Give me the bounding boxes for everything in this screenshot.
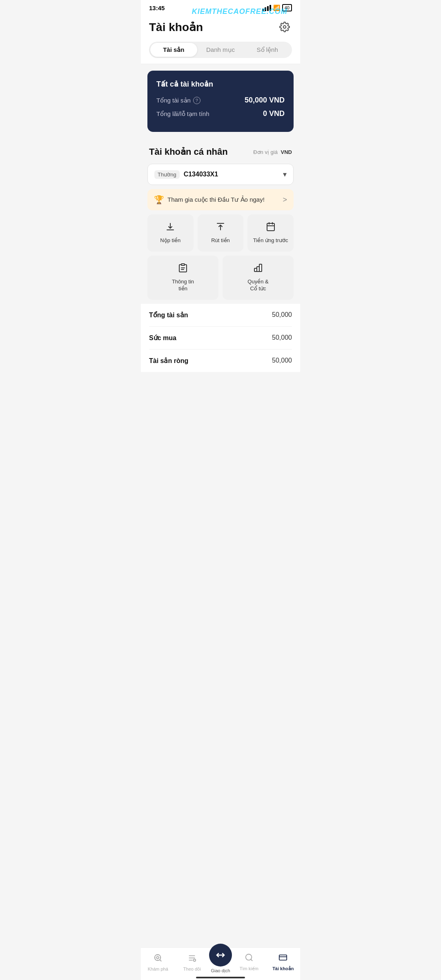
nav-kham-pha[interactable]: Khám phá [141, 953, 175, 971]
kham-pha-label: Khám phá [148, 967, 168, 971]
wifi-icon: 📶 [273, 4, 280, 11]
status-time: 13:45 [149, 4, 165, 11]
nav-tai-khoan[interactable]: Tài khoản [266, 953, 301, 971]
promo-banner[interactable]: 🏆 Tham gia cuộc thi Đầu Tư Ảo ngay! > [147, 189, 294, 210]
tab-so-lenh[interactable]: Sổ lệnh [244, 43, 291, 57]
giao-dich-label: Giao dịch [211, 968, 230, 973]
personal-section-header: Tài khoản cá nhân Đơn vị giá VND [141, 138, 300, 160]
actions-grid-row2: Thông tintiền Quyền &Cổ tức [147, 256, 294, 300]
giao-dich-icon [209, 944, 232, 967]
bottom-nav: Khám phá Theo dõi Giao dịch [141, 947, 300, 980]
unit-label: Đơn vị giá VND [253, 149, 292, 155]
tien-ung-truoc-label: Tiền ứng trước [253, 237, 288, 244]
rut-tien-button[interactable]: Rút tiền [198, 214, 244, 252]
tabs: Tài sản Danh mục Sổ lệnh [149, 42, 292, 58]
tab-danh-muc[interactable]: Danh mục [197, 43, 244, 57]
main-content: Tất cả tài khoản Tổng tài sản ? 50,000 V… [141, 71, 300, 405]
svg-rect-25 [279, 955, 287, 960]
home-indicator [196, 977, 245, 978]
total-assets-row: Tổng tài sản ? 50,000 VND [156, 96, 285, 105]
suc-mua-label: Sức mua [149, 334, 176, 342]
total-pnl-row: Tổng lãi/lỗ tạm tính 0 VND [156, 109, 285, 118]
tim-kiem-label: Tìm kiếm [240, 966, 258, 971]
settings-button[interactable] [277, 20, 292, 34]
nop-tien-button[interactable]: Nộp tiền [147, 214, 194, 252]
total-pnl-value: 0 VND [263, 109, 285, 118]
trophy-icon: 🏆 [154, 195, 164, 205]
chevron-down-icon: ▾ [283, 170, 287, 179]
tong-tai-san-value: 50,000 [272, 311, 292, 318]
rut-tien-label: Rút tiền [211, 237, 230, 244]
personal-section-title: Tài khoản cá nhân [149, 147, 228, 157]
header: Tài khoản [141, 14, 300, 38]
actions-grid-row1: Nộp tiền Rút tiền Tiền ứng trước [147, 214, 294, 252]
signal-icon [262, 5, 271, 11]
rights-icon [253, 263, 263, 275]
nav-theo-doi[interactable]: Theo dõi [175, 953, 209, 971]
svg-point-24 [246, 954, 252, 960]
tien-ung-truoc-button[interactable]: Tiền ứng trước [247, 214, 294, 252]
nav-tim-kiem[interactable]: Tìm kiếm [232, 953, 266, 971]
svg-rect-12 [259, 264, 262, 272]
quyen-co-tuc-label: Quyền &Cổ tức [247, 278, 268, 292]
suc-mua-value: 50,000 [272, 334, 292, 341]
upload-icon [216, 222, 225, 234]
theo-doi-icon [187, 953, 196, 965]
account-type-tag: Thường [154, 170, 180, 179]
asset-row-suc-mua: Sức mua 50,000 [149, 327, 292, 350]
asset-rows: Tổng tài sản 50,000 Sức mua 50,000 Tài s… [141, 304, 300, 372]
svg-point-13 [155, 954, 161, 960]
all-accounts-card: Tất cả tài khoản Tổng tài sản ? 50,000 V… [147, 71, 294, 132]
account-selector[interactable]: Thường C134033X1 ▾ [147, 164, 294, 185]
status-bar: 13:45 KiemTheCaoFree.com 📶 40 [141, 0, 300, 14]
account-id: C134033X1 [184, 171, 218, 178]
total-assets-value: 50,000 VND [245, 96, 285, 105]
page-title: Tài khoản [149, 20, 203, 34]
tai-khoan-icon [278, 953, 287, 964]
kham-pha-icon [154, 953, 163, 965]
chevron-right-icon: > [283, 196, 287, 204]
asset-row-tong-tai-san: Tổng tài sản 50,000 [149, 304, 292, 327]
asset-row-tai-san-rong: Tài sản ròng 50,000 [149, 350, 292, 372]
svg-rect-3 [267, 223, 274, 231]
tabs-container: Tài sản Danh mục Sổ lệnh [141, 38, 300, 64]
quyen-co-tuc-button[interactable]: Quyền &Cổ tức [223, 256, 294, 300]
tai-khoan-label: Tài khoản [272, 966, 294, 971]
nav-giao-dich[interactable]: Giao dịch [209, 951, 232, 973]
battery-icon: 40 [282, 4, 292, 11]
tong-tai-san-label: Tổng tài sản [149, 311, 188, 319]
thong-tin-tien-label: Thông tintiền [172, 278, 194, 292]
total-pnl-label: Tổng lãi/lỗ tạm tính [156, 110, 209, 118]
thong-tin-tien-button[interactable]: Thông tintiền [147, 256, 218, 300]
svg-point-0 [283, 26, 286, 29]
calendar-icon [266, 222, 276, 234]
total-assets-label: Tổng tài sản ? [156, 97, 200, 104]
theo-doi-label: Theo dõi [183, 967, 201, 971]
status-icons: 📶 40 [262, 4, 292, 11]
tai-san-rong-value: 50,000 [272, 357, 292, 364]
svg-rect-7 [181, 264, 185, 265]
promo-text: Tham gia cuộc thi Đầu Tư Ảo ngay! [167, 196, 265, 203]
nop-tien-label: Nộp tiền [160, 237, 180, 244]
all-accounts-title: Tất cả tài khoản [156, 80, 285, 89]
info-icon[interactable]: ? [193, 97, 200, 104]
clipboard-icon [178, 263, 188, 275]
tai-san-rong-label: Tài sản ròng [149, 357, 188, 365]
svg-point-22 [194, 959, 196, 961]
tab-tai-san[interactable]: Tài sản [150, 43, 197, 57]
svg-point-14 [156, 956, 159, 959]
tim-kiem-icon [245, 953, 254, 964]
download-icon [165, 222, 175, 234]
